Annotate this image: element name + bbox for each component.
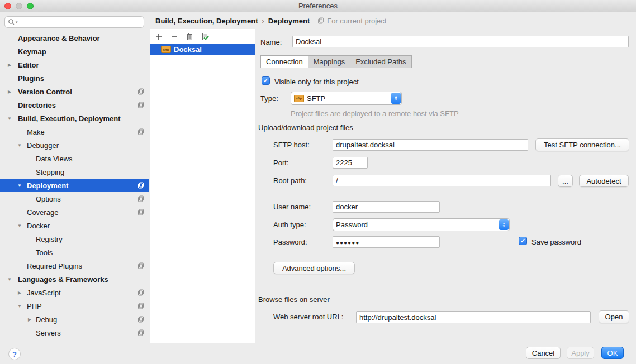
stepper-icon: ▲▼ xyxy=(499,219,509,230)
chevron-down-icon[interactable]: ▼ xyxy=(16,143,23,148)
autodetect-button[interactable]: Autodetect xyxy=(579,175,629,187)
breadcrumb-separator-icon: › xyxy=(262,17,264,25)
user-name-input[interactable] xyxy=(333,201,440,213)
type-select-value: SFTP xyxy=(307,94,325,103)
server-list-item-docksal[interactable]: sftp Docksal xyxy=(150,44,255,55)
sidebar-item-servers[interactable]: Servers xyxy=(0,326,149,339)
save-password-label: Save password xyxy=(531,238,581,246)
port-label: Port: xyxy=(273,159,288,167)
per-project-icon xyxy=(137,316,144,324)
window-title: Preferences xyxy=(298,2,338,10)
use-as-default-button[interactable] xyxy=(201,32,211,42)
sidebar-item-php[interactable]: ▼PHP xyxy=(0,299,149,313)
scope-note-label: For current project xyxy=(327,17,386,25)
search-options-caret-icon[interactable]: ▾ xyxy=(16,20,18,25)
sidebar-item-directories[interactable]: Directories xyxy=(0,98,149,112)
advanced-options-button[interactable]: Advanced options... xyxy=(273,262,355,274)
scope-note: For current project xyxy=(317,17,386,25)
chevron-down-icon[interactable]: ▼ xyxy=(6,116,13,121)
remove-server-button[interactable] xyxy=(169,32,179,42)
sidebar-item-languages-frameworks[interactable]: ▼Languages & Frameworks xyxy=(0,272,149,286)
root-path-input[interactable] xyxy=(333,175,551,186)
auth-type-select[interactable]: Password ▲▼ xyxy=(333,218,510,231)
visible-only-checkbox[interactable]: ✓ xyxy=(262,76,270,85)
chevron-down-icon[interactable]: ▼ xyxy=(16,183,23,188)
settings-sidebar: ▾ Appearance & Behavior Keymap ▶Editor P… xyxy=(0,12,149,343)
sidebar-item-stepping[interactable]: Stepping xyxy=(0,165,149,179)
sidebar-item-appearance-behavior[interactable]: Appearance & Behavior xyxy=(0,31,149,45)
chevron-right-icon[interactable]: ▶ xyxy=(6,63,13,68)
save-password-checkbox[interactable]: ✓ xyxy=(519,237,527,245)
zoom-window-button[interactable] xyxy=(27,3,34,9)
upload-section-title: Upload/download project files xyxy=(258,123,353,132)
type-select[interactable]: sftp SFTP ▲▼ xyxy=(291,92,402,105)
deployment-settings-form: Name: Connection Mappings Excluded Paths… xyxy=(255,29,636,343)
test-sftp-connection-button[interactable]: Test SFTP connection... xyxy=(535,138,629,151)
chevron-right-icon[interactable]: ▶ xyxy=(26,317,33,322)
upload-section-header: Upload/download project files xyxy=(258,123,632,132)
sidebar-item-javascript[interactable]: ▶JavaScript xyxy=(0,286,149,299)
password-input[interactable] xyxy=(333,236,440,248)
sidebar-item-debug[interactable]: ▶Debug xyxy=(0,313,149,326)
sidebar-item-plugins[interactable]: Plugins xyxy=(0,71,149,85)
sidebar-item-debugger[interactable]: ▼Debugger xyxy=(0,138,149,152)
sidebar-item-editor[interactable]: ▶Editor xyxy=(0,58,149,71)
sidebar-item-deployment[interactable]: ▼Deployment xyxy=(0,179,149,192)
help-button[interactable]: ? xyxy=(8,348,21,360)
sidebar-item-version-control[interactable]: ▶Version Control xyxy=(0,85,149,98)
breadcrumb-parent[interactable]: Build, Execution, Deployment xyxy=(155,17,258,25)
chevron-down-icon[interactable]: ▼ xyxy=(16,223,23,228)
window-titlebar: Preferences xyxy=(0,0,636,12)
sidebar-item-data-views[interactable]: Data Views xyxy=(0,152,149,165)
settings-search-input[interactable]: ▾ xyxy=(4,16,144,28)
sidebar-item-registry[interactable]: Registry xyxy=(0,232,149,246)
breadcrumb: Build, Execution, Deployment › Deploymen… xyxy=(150,12,636,29)
chevron-right-icon[interactable]: ▶ xyxy=(6,89,13,94)
type-label: Type: xyxy=(260,94,278,103)
visible-only-label: Visible only for this project xyxy=(274,78,359,86)
browse-section-title: Browse files on server xyxy=(258,295,330,304)
sftp-icon: sftp xyxy=(161,46,171,53)
chevron-right-icon[interactable]: ▶ xyxy=(16,290,23,295)
sidebar-item-coverage[interactable]: Coverage xyxy=(0,205,149,219)
auth-type-value: Password xyxy=(336,221,368,229)
web-root-label: Web server root URL: xyxy=(273,313,343,321)
per-project-icon xyxy=(137,209,144,217)
search-icon xyxy=(8,18,15,26)
copy-server-button[interactable] xyxy=(185,32,195,42)
chevron-down-icon[interactable]: ▼ xyxy=(16,304,23,309)
sidebar-item-required-plugins[interactable]: Required Plugins xyxy=(0,259,149,272)
sftp-host-input[interactable] xyxy=(333,139,528,151)
breadcrumb-current: Deployment xyxy=(268,17,310,25)
per-project-icon xyxy=(137,128,144,137)
sidebar-item-keymap[interactable]: Keymap xyxy=(0,45,149,58)
root-path-label: Root path: xyxy=(273,176,307,185)
add-server-button[interactable] xyxy=(154,32,164,42)
sidebar-item-make[interactable]: Make xyxy=(0,125,149,138)
name-input[interactable] xyxy=(292,36,629,47)
tab-connection[interactable]: Connection xyxy=(260,55,308,68)
name-label: Name: xyxy=(260,38,282,46)
ok-button[interactable]: OK xyxy=(601,347,624,359)
per-project-icon xyxy=(137,289,144,298)
web-root-input[interactable] xyxy=(356,311,591,323)
divider xyxy=(334,300,632,300)
close-window-button[interactable] xyxy=(4,3,11,9)
sftp-host-label: SFTP host: xyxy=(273,141,310,149)
per-project-icon xyxy=(137,182,144,190)
cancel-button[interactable]: Cancel xyxy=(526,347,561,359)
port-input[interactable] xyxy=(333,157,368,169)
sidebar-item-docker[interactable]: ▼Docker xyxy=(0,219,149,232)
open-url-button[interactable]: Open xyxy=(599,310,629,323)
minimize-window-button[interactable] xyxy=(16,3,22,9)
sidebar-item-options[interactable]: Options xyxy=(0,192,149,205)
checkmark-icon: ✓ xyxy=(520,237,525,245)
sidebar-item-tools[interactable]: Tools xyxy=(0,246,149,259)
apply-button[interactable]: Apply xyxy=(567,347,594,359)
tab-mappings[interactable]: Mappings xyxy=(308,55,350,68)
browse-root-path-button[interactable]: ... xyxy=(558,175,573,187)
sidebar-item-build-execution-deployment[interactable]: ▼Build, Execution, Deployment xyxy=(0,112,149,125)
tab-excluded-paths[interactable]: Excluded Paths xyxy=(350,55,411,68)
chevron-down-icon[interactable]: ▼ xyxy=(6,277,13,282)
per-project-icon xyxy=(317,17,324,24)
